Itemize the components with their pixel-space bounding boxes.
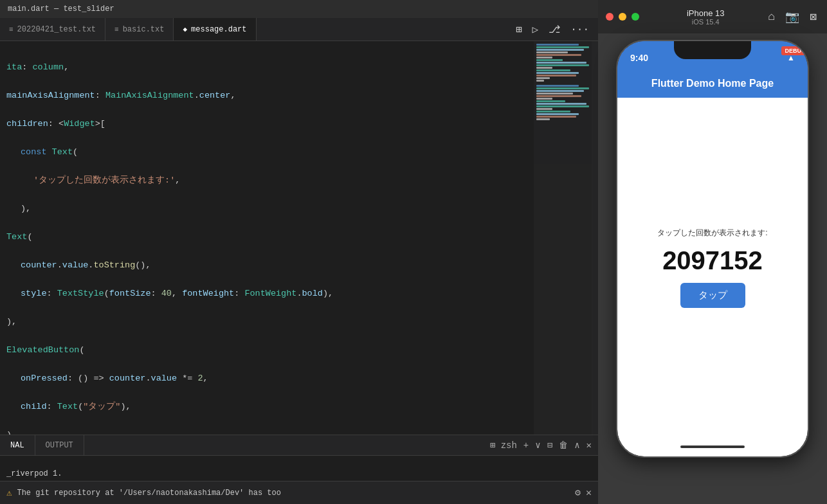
terminal-zsh-label: ⊞ zsh [490, 440, 517, 451]
power-button[interactable] [808, 105, 809, 138]
device-panel: iPhone 13 iOS 15.4 ⌂ 📷 ⊠ 9:40 ▲ [598, 0, 827, 504]
app-bar: Flutter Demo Home Page [617, 69, 808, 98]
window-dot-yellow[interactable] [619, 13, 626, 21]
title-bar: main.dart — test_slider [0, 0, 598, 18]
code-line-8: counter.value.toString(), [0, 258, 534, 273]
notification-gear-button[interactable]: ⚙ [575, 487, 581, 499]
tab-20220421[interactable]: ≡ 20220421_test.txt [0, 18, 105, 40]
code-line-12: onPressed: () => counter.value *= 2, [0, 372, 534, 386]
device-lock-button[interactable]: ⊠ [807, 7, 819, 26]
code-line-6: ), [0, 202, 534, 216]
terminal-dropdown-button[interactable]: ∨ [535, 440, 540, 451]
term-tab-nal-label: NAL [10, 441, 24, 450]
terminal-text: _riverpod 1. [6, 469, 62, 478]
code-line-5: 'タップした回数が表示されます:', [0, 174, 534, 188]
terminal-toolbar: ⊞ zsh + ∨ ⊟ 🗑 ∧ ✕ [490, 440, 598, 451]
tab-label-3: message.dart [191, 25, 246, 34]
terminal-up-button[interactable]: ∧ [574, 440, 579, 451]
tab-label-2: basic.txt [123, 25, 165, 34]
tap-button[interactable]: タップ [680, 283, 745, 308]
status-bar: 9:40 ▲ DEBUG [617, 41, 808, 69]
code-line-3: children: <Widget>[ [0, 117, 534, 131]
device-title-area: iPhone 13 iOS 15.4 [651, 8, 760, 26]
terminal-tab-bar: NAL OUTPUT ⊞ zsh + ∨ ⊟ 🗑 ∧ ✕ [0, 435, 598, 456]
window-dot-red[interactable] [606, 13, 613, 21]
terminal-close-button[interactable]: ✕ [586, 440, 592, 451]
tab-icon-1: ≡ [9, 26, 14, 33]
iphone-screen: 9:40 ▲ DEBUG Flutter Demo Home Page タップし… [617, 41, 808, 456]
window-dot-green[interactable] [632, 13, 639, 21]
device-os: iOS 15.4 [692, 18, 720, 26]
term-tab-output-label: OUTPUT [46, 441, 73, 450]
notification-warning-icon: ⚠ [6, 487, 12, 498]
counter-value: 2097152 [662, 246, 763, 275]
status-time: 9:40 [630, 53, 648, 63]
device-name: iPhone 13 [687, 8, 725, 18]
status-appbar-area: 9:40 ▲ DEBUG Flutter Demo Home Page [617, 41, 808, 98]
code-line-7: Text( [0, 230, 534, 244]
device-camera-button[interactable]: 📷 [783, 7, 802, 26]
tab-toolbar: ⊞ ▷ ⎇ ··· [513, 18, 598, 40]
status-right: ▲ DEBUG [787, 53, 795, 62]
terminal-trash-button[interactable]: 🗑 [559, 440, 568, 451]
code-line-4: const Text( [0, 145, 534, 159]
split-editor-button[interactable]: ⊞ [513, 22, 525, 37]
code-line-9: style: TextStyle(fontSize: 40, fontWeigh… [0, 287, 534, 301]
code-line-1: ita: column, [0, 60, 534, 75]
iphone-wrapper: 9:40 ▲ DEBUG Flutter Demo Home Page タップし… [616, 33, 809, 504]
debug-badge: DEBUG [781, 46, 808, 55]
terminal-line: _riverpod 1. [0, 469, 68, 478]
terminal-split-button[interactable]: ⊟ [547, 440, 552, 451]
app-bar-title: Flutter Demo Home Page [651, 78, 774, 89]
iphone-frame: 9:40 ▲ DEBUG Flutter Demo Home Page タップし… [616, 40, 809, 458]
notification-text: The git repository at '/Users/naotonakas… [17, 489, 570, 498]
code-line-13: child: Text("タップ"), [0, 400, 534, 414]
code-line-11: ElevatedButton( [0, 343, 534, 357]
tab-message-dart[interactable]: ◆ message.dart [174, 18, 256, 40]
home-bar [680, 446, 745, 448]
editor-panel: main.dart — test_slider ≡ 20220421_test.… [0, 0, 598, 504]
terminal-content: _riverpod 1. [0, 456, 598, 481]
title-bar-text: main.dart — test_slider [8, 4, 114, 14]
code-line-14: ) [0, 428, 534, 435]
terminal-tab-output[interactable]: OUTPUT [35, 435, 84, 455]
tab-bar: ≡ 20220421_test.txt ≡ basic.txt ◆ messag… [0, 18, 598, 41]
terminal-add-button[interactable]: + [523, 440, 529, 451]
more-button[interactable]: ··· [568, 22, 592, 37]
tab-icon-2: ≡ [114, 26, 119, 33]
branch-button[interactable]: ⎇ [546, 22, 563, 37]
code-line-2: mainAxisAlignment: MainAxisAlignment.cen… [0, 89, 534, 103]
tab-basic[interactable]: ≡ basic.txt [105, 18, 174, 40]
terminal-tab-nal[interactable]: NAL [0, 435, 35, 455]
tab-label-1: 20220421_test.txt [17, 25, 96, 34]
run-button[interactable]: ▷ [530, 22, 541, 37]
minimap-content [534, 41, 592, 123]
home-indicator [617, 437, 808, 456]
device-top-bar: iPhone 13 iOS 15.4 ⌂ 📷 ⊠ [598, 0, 827, 33]
code-content[interactable]: ita: column, mainAxisAlignment: MainAxis… [0, 41, 534, 435]
minimap [534, 41, 592, 435]
terminal-area: NAL OUTPUT ⊞ zsh + ∨ ⊟ 🗑 ∧ ✕ _riverpod 1… [0, 435, 598, 504]
code-line-10: ), [0, 315, 534, 329]
app-body: タップした回数が表示されます: 2097152 タップ [617, 98, 808, 437]
counter-label: タップした回数が表示されます: [657, 228, 767, 239]
tab-icon-3: ◆ [183, 25, 187, 33]
code-scrollbar[interactable] [592, 41, 598, 435]
device-home-button[interactable]: ⌂ [765, 8, 777, 26]
notch [674, 41, 751, 59]
notification-bar: ⚠ The git repository at '/Users/naotonak… [0, 481, 598, 504]
notification-close-button[interactable]: ✕ [586, 487, 592, 499]
code-area: ita: column, mainAxisAlignment: MainAxis… [0, 41, 598, 435]
